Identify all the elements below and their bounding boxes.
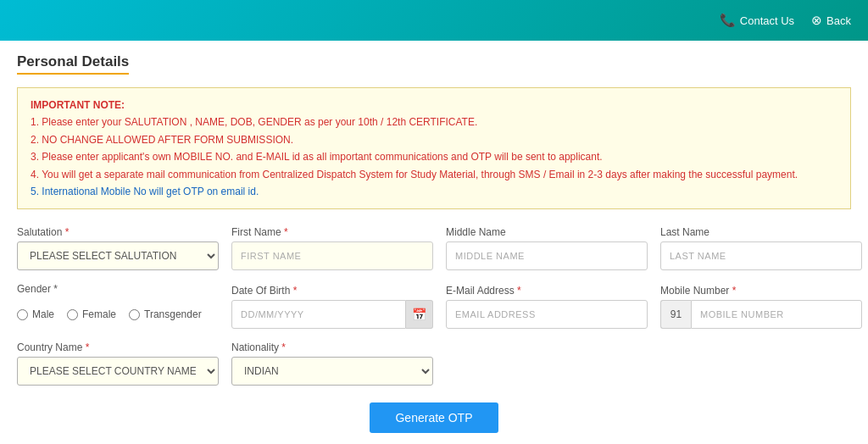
- nationality-select[interactable]: INDIAN NRI Foreign: [231, 357, 433, 386]
- mobile-wrapper: 91: [660, 300, 862, 329]
- country-group: Country Name * PLEASE SELECT COUNTRY NAM…: [17, 341, 219, 386]
- nationality-group: Nationality * INDIAN NRI Foreign: [231, 341, 433, 386]
- salutation-select[interactable]: PLEASE SELECT SALUTATION Mr. Mrs. Ms. Dr…: [17, 241, 219, 270]
- salutation-label: Salutation *: [17, 226, 219, 238]
- middle-name-label: Middle Name: [446, 226, 648, 238]
- notice-item-5: 5. International Mobile No will get OTP …: [31, 183, 837, 200]
- dob-input[interactable]: [231, 300, 406, 329]
- middle-name-input[interactable]: [446, 241, 648, 270]
- last-name-label: Last Name: [660, 226, 862, 238]
- gender-female-option[interactable]: Female: [67, 308, 116, 320]
- notice-title: IMPORTANT NOTE:: [31, 97, 837, 114]
- gender-transgender-radio[interactable]: [129, 309, 140, 320]
- page-title: Personal Details: [17, 53, 129, 75]
- mobile-prefix: 91: [660, 300, 691, 329]
- gender-options: Male Female Transgender: [17, 300, 219, 329]
- country-row: Country Name * PLEASE SELECT COUNTRY NAM…: [17, 341, 851, 386]
- contact-us-button[interactable]: 📞 Contact Us: [720, 13, 794, 28]
- first-name-label: First Name *: [231, 226, 433, 238]
- otp-row: Generate OTP: [17, 402, 851, 433]
- main-content: Personal Details IMPORTANT NOTE: 1. Plea…: [0, 41, 868, 444]
- mobile-group: Mobile Number * 91: [660, 285, 862, 329]
- dob-group: Date Of Birth * 📅: [231, 285, 433, 329]
- back-label: Back: [826, 14, 851, 27]
- phone-icon: 📞: [720, 13, 736, 28]
- email-input[interactable]: [446, 300, 648, 329]
- country-label: Country Name *: [17, 341, 219, 353]
- gender-transgender-option[interactable]: Transgender: [129, 308, 202, 320]
- notice-item-4: 4. You will get a separate mail communic…: [31, 166, 837, 183]
- notice-item-1: 1. Please enter your SALUTATION , NAME, …: [31, 114, 837, 130]
- middle-name-group: Middle Name: [446, 226, 648, 270]
- header: 📞 Contact Us ⊗ Back: [0, 0, 868, 41]
- country-select[interactable]: PLEASE SELECT COUNTRY NAME India USA UK: [17, 357, 219, 386]
- email-label: E-Mail Address *: [446, 285, 648, 297]
- nationality-label: Nationality *: [231, 341, 433, 353]
- gender-male-radio[interactable]: [17, 309, 28, 320]
- notice-item-2: 2. NO CHANGE ALLOWED AFTER FORM SUBMISSI…: [31, 131, 837, 148]
- back-icon: ⊗: [811, 13, 822, 28]
- first-name-input[interactable]: [231, 241, 433, 270]
- gender-male-option[interactable]: Male: [17, 308, 54, 320]
- calendar-icon[interactable]: 📅: [406, 300, 433, 329]
- salutation-group: Salutation * PLEASE SELECT SALUTATION Mr…: [17, 226, 219, 270]
- last-name-input[interactable]: [660, 241, 862, 270]
- dob-label: Date Of Birth *: [231, 285, 433, 297]
- notice-box: IMPORTANT NOTE: 1. Please enter your SAL…: [17, 87, 851, 209]
- mobile-input[interactable]: [691, 300, 862, 329]
- gender-label: Gender *: [17, 283, 219, 295]
- email-group: E-Mail Address *: [446, 285, 648, 329]
- dob-wrapper: 📅: [231, 300, 433, 329]
- gender-female-label: Female: [82, 308, 116, 320]
- contact-us-label: Contact Us: [740, 14, 794, 27]
- gender-female-radio[interactable]: [67, 309, 78, 320]
- gender-group: Gender * Male Female Transgender: [17, 283, 219, 329]
- generate-otp-button[interactable]: Generate OTP: [370, 402, 498, 433]
- back-button[interactable]: ⊗ Back: [811, 13, 851, 28]
- gender-male-label: Male: [32, 308, 54, 320]
- details-row: Gender * Male Female Transgender Date: [17, 283, 851, 329]
- notice-item-3: 3. Please enter applicant's own MOBILE N…: [31, 148, 837, 165]
- first-name-group: First Name *: [231, 226, 433, 270]
- gender-transgender-label: Transgender: [144, 308, 202, 320]
- mobile-label: Mobile Number *: [660, 285, 862, 297]
- name-row: Salutation * PLEASE SELECT SALUTATION Mr…: [17, 226, 851, 270]
- last-name-group: Last Name: [660, 226, 862, 270]
